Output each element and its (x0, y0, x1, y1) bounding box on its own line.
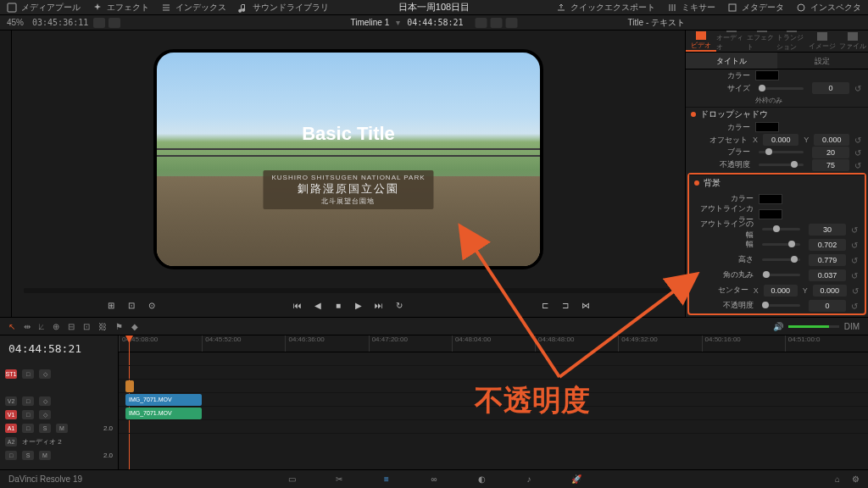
width-value[interactable]: 0.702 (809, 239, 846, 251)
reset-icon[interactable]: ↺ (854, 84, 863, 92)
title-clip[interactable] (125, 380, 134, 392)
track-v2[interactable]: V2□◇ (0, 394, 118, 408)
blur-value[interactable]: 20 (812, 147, 849, 158)
size-slider[interactable] (759, 87, 804, 90)
tab-image[interactable]: イメージ (807, 30, 837, 52)
page-fairlight[interactable]: ♪ (521, 474, 537, 485)
track-st1[interactable]: ST1□◇ (0, 367, 118, 380)
color-swatch[interactable] (755, 70, 779, 80)
next-frame-button[interactable]: ⏭ (372, 298, 386, 312)
chip[interactable] (476, 18, 487, 28)
dim-button[interactable]: DIM (844, 322, 860, 331)
reset-icon[interactable]: ↺ (851, 302, 860, 310)
tab-effect[interactable]: エフェクト (747, 30, 777, 52)
chip[interactable] (506, 18, 518, 28)
viewer-canvas[interactable]: Basic Title KUSHIRO SHITSUGEN NATIONAL P… (12, 30, 685, 288)
volume-slider[interactable] (788, 325, 839, 328)
stop-button[interactable]: ■ (331, 298, 345, 312)
section-drop-shadow[interactable]: ドロップシャドウ (686, 107, 868, 121)
page-edit[interactable]: ≡ (379, 474, 394, 485)
offset-x[interactable]: 0.000 (763, 134, 798, 146)
menu-quick-export[interactable]: クイックエクスポート (556, 2, 655, 14)
trim-tool[interactable]: ⇹ (24, 322, 31, 331)
overwrite-tool[interactable]: ⊟ (68, 322, 75, 331)
prev-frame-button[interactable]: ◀ (311, 298, 325, 312)
width-slider[interactable] (762, 243, 800, 246)
match-frame-button[interactable]: ⊏ (538, 298, 552, 312)
home-icon[interactable]: ⌂ (835, 474, 840, 484)
page-media[interactable]: ▭ (284, 474, 299, 485)
blade-tool[interactable]: ⟀ (39, 322, 44, 331)
chip[interactable] (491, 18, 503, 28)
menu-metadata[interactable]: メタデータ (727, 2, 784, 14)
bg-color-swatch[interactable] (759, 194, 782, 204)
ds-color-swatch[interactable] (755, 122, 779, 132)
track-a1[interactable]: A1□SM2.0 (0, 421, 118, 435)
page-cut[interactable]: ✂ (331, 474, 347, 485)
page-color[interactable]: ◐ (474, 474, 489, 485)
ds-opacity-slider[interactable] (759, 164, 804, 166)
tool-icon[interactable]: ⊙ (145, 298, 159, 312)
mark-in-button[interactable]: ⊐ (559, 298, 572, 312)
selection-tool[interactable]: ↖ (8, 322, 15, 331)
menu-effects[interactable]: エフェクト (92, 2, 149, 14)
timeline-name[interactable]: Timeline 1 (351, 18, 390, 27)
reset-icon[interactable]: ↺ (851, 256, 860, 264)
replace-tool[interactable]: ⊡ (83, 322, 90, 331)
volume-icon[interactable]: 🔊 (773, 322, 783, 331)
reset-icon[interactable]: ↺ (851, 225, 860, 234)
bg-opacity-value[interactable]: 0 (809, 300, 846, 312)
tool-icon[interactable]: ⊡ (125, 298, 138, 312)
first-frame-button[interactable]: ⏮ (291, 298, 304, 312)
menu-mixer[interactable]: ミキサー (667, 2, 715, 14)
reset-icon[interactable]: ↺ (854, 136, 863, 144)
chip[interactable] (93, 18, 105, 28)
blur-slider[interactable] (759, 151, 804, 153)
outline-width-value[interactable]: 30 (809, 224, 846, 236)
zoom-level[interactable]: 45% (7, 18, 24, 27)
ds-opacity-value[interactable]: 75 (812, 159, 849, 171)
center-y[interactable]: 0.000 (813, 285, 847, 297)
video-clip[interactable]: IMG_7071.MOV (125, 394, 202, 406)
insert-tool[interactable]: ⊕ (53, 322, 59, 331)
reset-icon[interactable]: ↺ (851, 271, 860, 280)
audio-clip[interactable]: IMG_7071.MOV (125, 408, 202, 419)
outline-color-swatch[interactable] (759, 209, 782, 219)
track-v1[interactable]: V1□◇ (0, 408, 118, 421)
menu-index[interactable]: インデックス (161, 2, 226, 14)
flag-tool[interactable]: ⚑ (115, 322, 123, 331)
tab-video[interactable]: ビデオ (686, 30, 716, 52)
reset-icon[interactable]: ↺ (854, 148, 863, 157)
link-tool[interactable]: ⛓ (98, 322, 107, 331)
chip[interactable] (108, 18, 120, 28)
size-value[interactable]: 0 (812, 82, 849, 94)
page-deliver[interactable]: 🚀 (569, 474, 584, 485)
reset-icon[interactable]: ↺ (854, 161, 863, 169)
outline-only-checkbox[interactable]: 外枠のみ (755, 96, 782, 105)
track-a2[interactable]: A2オーディオ 2 (0, 435, 118, 448)
outline-width-slider[interactable] (762, 228, 800, 230)
offset-y[interactable]: 0.000 (814, 134, 849, 146)
page-fusion[interactable]: ∞ (426, 474, 442, 485)
tool-icon[interactable]: ⊞ (104, 298, 118, 312)
tab-audio[interactable]: オーディオ (716, 30, 747, 52)
tab-transition[interactable]: トランジション (776, 30, 807, 52)
reset-icon[interactable]: ↺ (851, 241, 860, 249)
marker-tool[interactable]: ◆ (131, 322, 138, 331)
menu-sound-library[interactable]: サウンドライブラリ (238, 2, 329, 14)
basic-title-overlay[interactable]: Basic Title (302, 123, 395, 145)
loop-button[interactable]: ↻ (392, 298, 406, 312)
corner-slider[interactable] (762, 274, 800, 276)
subtab-title[interactable]: タイトル (686, 53, 777, 69)
menu-inspector[interactable]: インスペクタ (796, 2, 861, 14)
corner-value[interactable]: 0.037 (809, 269, 846, 281)
height-value[interactable]: 0.779 (809, 254, 846, 266)
subtab-settings[interactable]: 設定 (777, 53, 869, 69)
tab-file[interactable]: ファイル (837, 30, 868, 52)
section-background[interactable]: 背景 (689, 175, 865, 191)
center-x[interactable]: 0.000 (764, 285, 798, 297)
bg-opacity-slider[interactable] (762, 304, 800, 307)
height-slider[interactable] (762, 258, 800, 261)
mark-out-button[interactable]: ⋈ (579, 298, 593, 312)
play-button[interactable]: ▶ (352, 298, 365, 312)
